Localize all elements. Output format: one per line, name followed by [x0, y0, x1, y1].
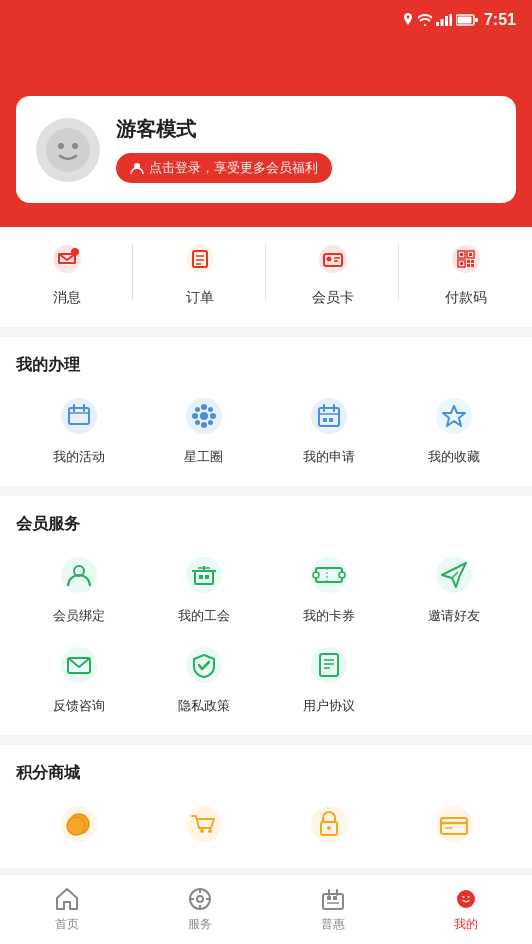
svg-point-20	[326, 257, 331, 262]
svg-point-85	[186, 806, 222, 842]
activity-icon-wrap	[55, 392, 103, 440]
agreement-label: 用户协议	[303, 697, 355, 715]
profile-section: 游客模式 点击登录，享受更多会员福利	[0, 96, 532, 227]
member-service-title: 会员服务	[16, 514, 516, 535]
membercard-icon	[315, 241, 351, 277]
svg-point-23	[452, 245, 480, 273]
svg-point-69	[313, 572, 319, 578]
points-mall-section: 积分商城	[0, 745, 532, 868]
svg-point-8	[58, 143, 64, 149]
feedback-icon	[57, 643, 101, 687]
invite-label: 邀请好友	[428, 607, 480, 625]
svg-rect-27	[469, 253, 472, 256]
profile-info: 游客模式 点击登录，享受更多会员福利	[116, 116, 332, 183]
card-mall-icon	[432, 802, 476, 846]
agreement-icon-wrap	[305, 641, 353, 689]
svg-point-84	[67, 817, 85, 835]
grid-item-member-bind[interactable]: 会员绑定	[16, 551, 141, 625]
grid-item-feedback[interactable]: 反馈咨询	[16, 641, 141, 715]
svg-point-77	[311, 647, 347, 683]
union-icon	[182, 553, 226, 597]
svg-point-90	[327, 826, 331, 830]
svg-point-46	[208, 407, 213, 412]
svg-point-111	[459, 892, 473, 906]
svg-point-7	[46, 128, 90, 172]
svg-point-9	[72, 143, 78, 149]
avatar	[36, 118, 100, 182]
svg-rect-101	[323, 894, 343, 909]
feedback-label: 反馈咨询	[53, 697, 105, 715]
home-nav-icon-wrap	[54, 886, 80, 912]
profile-name: 游客模式	[116, 116, 332, 143]
grid-item-my-union[interactable]: 我的工会	[141, 551, 266, 625]
paycode-icon-wrap	[444, 237, 488, 281]
coins-icon	[57, 802, 101, 846]
svg-point-12	[71, 248, 79, 256]
svg-point-34	[61, 398, 97, 434]
grid-item-card-mall[interactable]	[391, 800, 516, 848]
member-bind-label: 会员绑定	[53, 607, 105, 625]
svg-point-70	[339, 572, 345, 578]
profile-card[interactable]: 游客模式 点击登录，享受更多会员福利	[16, 96, 516, 203]
grid-item-cart[interactable]	[141, 800, 266, 848]
login-button[interactable]: 点击登录，享受更多会员福利	[116, 153, 332, 183]
grid-item-star-circle[interactable]: 星工圈	[141, 392, 266, 466]
login-icon	[130, 161, 144, 175]
quick-actions: 消息 订单	[0, 227, 532, 327]
message-icon-wrap	[45, 237, 89, 281]
status-bar: 7:51	[0, 0, 532, 40]
nav-item-service[interactable]: 服务	[133, 875, 266, 944]
svg-point-13	[186, 245, 214, 273]
nav-item-home[interactable]: 首页	[0, 875, 133, 944]
member-bind-icon-wrap	[55, 551, 103, 599]
svg-point-43	[192, 413, 198, 419]
quick-label-order: 订单	[186, 289, 214, 307]
svg-point-45	[195, 407, 200, 412]
battery-icon	[456, 14, 478, 26]
svg-rect-102	[327, 896, 331, 900]
svg-rect-5	[457, 17, 471, 24]
invite-icon-wrap	[430, 551, 478, 599]
status-time: 7:51	[484, 11, 516, 29]
signal-icon	[436, 14, 452, 26]
grid-item-agreement[interactable]: 用户协议	[266, 641, 391, 715]
grid-item-lock[interactable]	[266, 800, 391, 848]
cart-icon-wrap	[180, 800, 228, 848]
favorite-icon-wrap	[430, 392, 478, 440]
member-service-grid: 会员绑定 我的工会	[16, 551, 516, 715]
quick-action-message[interactable]: 消息	[0, 237, 133, 307]
paycode-icon	[448, 241, 484, 277]
feedback-icon-wrap	[55, 641, 103, 689]
quick-action-order[interactable]: 订单	[133, 237, 266, 307]
grid-item-invite[interactable]: 邀请好友	[391, 551, 516, 625]
grid-item-privacy[interactable]: 隐私政策	[141, 641, 266, 715]
star-circle-icon-wrap	[180, 392, 228, 440]
nav-item-mine[interactable]: 我的	[399, 875, 532, 944]
svg-rect-3	[449, 14, 452, 26]
quick-action-paycode[interactable]: 付款码	[399, 237, 532, 307]
svg-rect-63	[205, 575, 209, 579]
apply-icon-wrap	[305, 392, 353, 440]
svg-point-87	[208, 829, 212, 833]
apply-label: 我的申请	[303, 448, 355, 466]
my-handling-title: 我的办理	[16, 355, 516, 376]
points-mall-grid	[16, 800, 516, 848]
agreement-icon	[307, 643, 351, 687]
grid-item-my-coupon[interactable]: 我的卡券	[266, 551, 391, 625]
svg-rect-0	[436, 22, 439, 26]
mine-nav-label: 我的	[454, 916, 478, 933]
svg-point-60	[186, 557, 222, 593]
nav-item-puihui[interactable]: 普惠	[266, 875, 399, 944]
grid-item-my-activity[interactable]: 我的活动	[16, 392, 141, 466]
grid-item-my-apply[interactable]: 我的申请	[266, 392, 391, 466]
order-icon-wrap	[178, 237, 222, 281]
grid-item-my-favorite[interactable]: 我的收藏	[391, 392, 516, 466]
grid-item-coins[interactable]	[16, 800, 141, 848]
lock-icon-wrap	[305, 800, 353, 848]
quick-label-message: 消息	[53, 289, 81, 307]
svg-rect-54	[323, 418, 327, 422]
favorite-label: 我的收藏	[428, 448, 480, 466]
guest-avatar-icon	[46, 128, 90, 172]
quick-action-membercard[interactable]: 会员卡	[266, 237, 399, 307]
lock-icon	[307, 802, 351, 846]
